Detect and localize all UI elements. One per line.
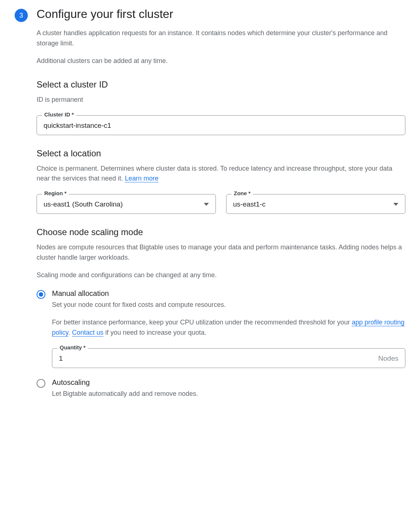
location-heading: Select a location <box>37 148 405 159</box>
manual-allocation-option[interactable]: Manual allocation Set your node count fo… <box>37 289 405 368</box>
learn-more-link[interactable]: Learn more <box>125 175 158 182</box>
page-title: Configure your first cluster <box>37 7 405 21</box>
zone-label: Zone * <box>232 190 253 196</box>
cluster-id-note: ID is permanent <box>37 95 405 105</box>
cluster-id-label: Cluster ID * <box>42 111 76 118</box>
region-value: us-east1 (South Carolina) <box>44 200 201 208</box>
quantity-suffix: Nodes <box>378 354 398 363</box>
cluster-id-input[interactable] <box>44 122 398 130</box>
scaling-heading: Choose node scaling mode <box>37 227 405 237</box>
radio-selected-icon[interactable] <box>37 290 45 299</box>
chevron-down-icon <box>204 203 209 206</box>
autoscaling-title: Autoscaling <box>52 378 405 387</box>
quantity-field[interactable]: Quantity * Nodes <box>52 348 405 368</box>
manual-performance-note: For better instance performance, keep yo… <box>52 317 405 338</box>
region-label: Region * <box>42 190 69 196</box>
manual-subtitle: Set your node count for fixed costs and … <box>52 300 405 310</box>
scaling-description-1: Nodes are compute resources that Bigtabl… <box>37 242 405 263</box>
contact-us-link[interactable]: Contact us <box>72 329 104 337</box>
quantity-input[interactable] <box>59 354 378 363</box>
autoscaling-subtitle: Let Bigtable automatically add and remov… <box>52 389 405 399</box>
scaling-description-2: Scaling mode and configurations can be c… <box>37 270 405 281</box>
location-description: Choice is permanent. Determines where cl… <box>37 164 405 184</box>
step-description: A cluster handles application requests f… <box>37 28 405 49</box>
radio-unselected-icon[interactable] <box>37 379 45 388</box>
manual-title: Manual allocation <box>52 289 405 298</box>
chevron-down-icon <box>393 203 398 206</box>
step-description-2: Additional clusters can be added at any … <box>37 56 405 66</box>
zone-value: us-east1-c <box>233 200 390 208</box>
quantity-label: Quantity * <box>57 344 88 350</box>
cluster-id-field[interactable]: Cluster ID * <box>37 115 405 135</box>
zone-select[interactable]: Zone * us-east1-c <box>226 194 405 214</box>
region-select[interactable]: Region * us-east1 (South Carolina) <box>37 194 216 214</box>
step-number-badge: 3 <box>15 9 28 22</box>
autoscaling-option[interactable]: Autoscaling Let Bigtable automatically a… <box>37 378 405 399</box>
cluster-id-heading: Select a cluster ID <box>37 79 405 90</box>
